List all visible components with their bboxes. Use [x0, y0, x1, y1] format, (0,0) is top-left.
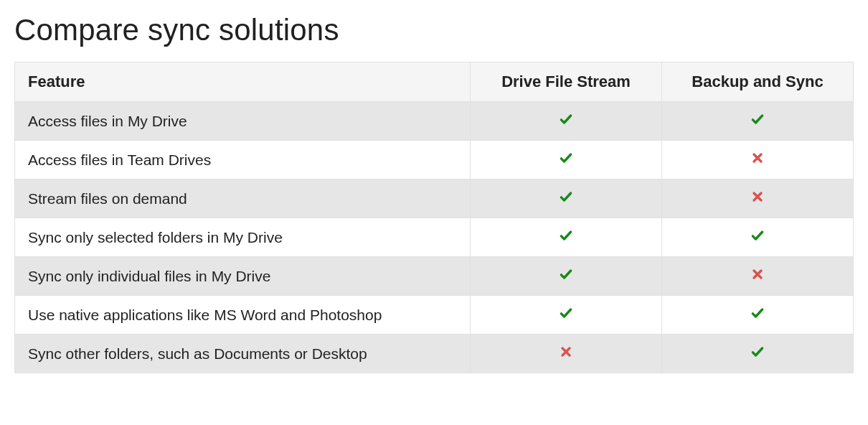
check-icon — [559, 151, 573, 165]
check-icon — [750, 306, 765, 320]
backup-and-sync-cell — [662, 141, 854, 179]
table-row: Access files in My Drive — [15, 102, 854, 141]
check-icon — [750, 112, 765, 126]
table-row: Use native applications like MS Word and… — [15, 296, 854, 335]
table-row: Sync only selected folders in My Drive — [15, 218, 854, 257]
backup-and-sync-cell — [662, 179, 854, 218]
check-icon — [750, 228, 765, 243]
feature-cell: Access files in My Drive — [15, 102, 471, 141]
drive-file-stream-cell — [471, 141, 662, 179]
check-icon — [559, 306, 573, 320]
cross-icon — [750, 151, 765, 165]
check-icon — [559, 112, 573, 126]
cross-icon — [750, 190, 765, 204]
feature-cell: Stream files on demand — [15, 179, 471, 218]
check-icon — [559, 267, 573, 281]
drive-file-stream-cell — [471, 257, 662, 296]
feature-cell: Use native applications like MS Word and… — [15, 296, 471, 335]
feature-cell: Sync only selected folders in My Drive — [15, 218, 471, 257]
backup-and-sync-cell — [662, 296, 854, 335]
drive-file-stream-cell — [471, 296, 662, 335]
table-row: Sync only individual files in My Drive — [15, 257, 854, 296]
feature-cell: Sync other folders, such as Documents or… — [15, 335, 471, 373]
backup-and-sync-cell — [662, 102, 854, 141]
backup-and-sync-cell — [662, 335, 854, 373]
col-header-backup-and-sync: Backup and Sync — [662, 62, 854, 102]
col-header-drive-file-stream: Drive File Stream — [471, 62, 662, 102]
drive-file-stream-cell — [471, 179, 662, 218]
table-row: Access files in Team Drives — [15, 141, 854, 179]
col-header-feature: Feature — [15, 62, 471, 102]
table-row: Stream files on demand — [15, 179, 854, 218]
table-row: Sync other folders, such as Documents or… — [15, 335, 854, 373]
check-icon — [559, 228, 573, 243]
drive-file-stream-cell — [471, 102, 662, 141]
backup-and-sync-cell — [662, 218, 854, 257]
cross-icon — [750, 267, 765, 281]
cross-icon — [559, 345, 573, 359]
drive-file-stream-cell — [471, 218, 662, 257]
feature-cell: Access files in Team Drives — [15, 141, 471, 179]
check-icon — [559, 190, 573, 204]
page-title: Compare sync solutions — [14, 13, 854, 47]
feature-cell: Sync only individual files in My Drive — [15, 257, 471, 296]
check-icon — [750, 345, 765, 359]
compare-table: Feature Drive File Stream Backup and Syn… — [14, 62, 854, 373]
drive-file-stream-cell — [471, 335, 662, 373]
backup-and-sync-cell — [662, 257, 854, 296]
